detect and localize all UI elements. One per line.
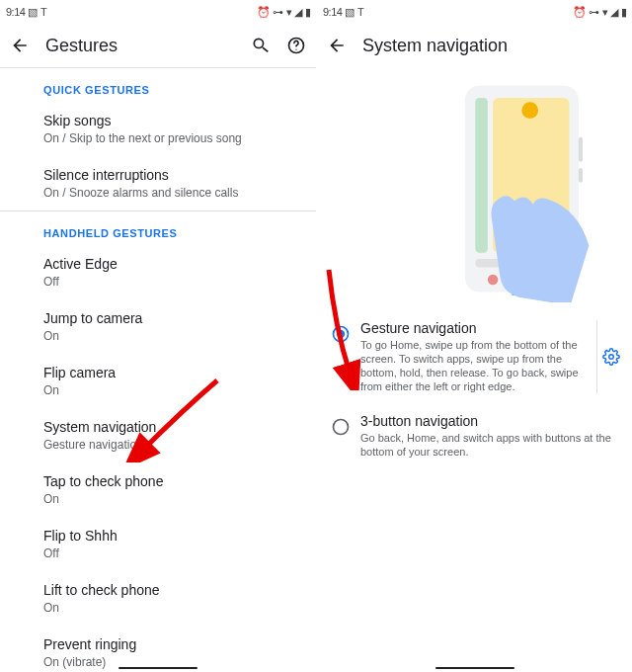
option-gesture-navigation[interactable]: Gesture navigation To go Home, swipe up … bbox=[317, 310, 632, 403]
item-prevent-ringing[interactable]: Prevent ringing On (vibrate) bbox=[0, 626, 316, 672]
arrow-back-icon bbox=[10, 36, 30, 55]
option-3-button-navigation[interactable]: 3-button navigation Go back, Home, and s… bbox=[317, 403, 632, 468]
item-system-navigation[interactable]: System navigation Gesture navigation bbox=[0, 408, 316, 462]
system-navigation-screen: 9:14 ▧ T ⏰ ⊶ ▾ ◢ ▮ System navigation bbox=[316, 0, 632, 672]
tesla-icon: T bbox=[357, 6, 363, 18]
signal-icon: ◢ bbox=[294, 6, 302, 19]
gestures-screen: 9:14 ▧ T ⏰ ⊶ ▾ ◢ ▮ Gestures Quick Gestur… bbox=[0, 0, 316, 672]
svg-point-16 bbox=[337, 330, 345, 338]
radio-selected-icon bbox=[329, 322, 353, 346]
clock-text: 9:14 bbox=[323, 6, 342, 18]
svg-point-12 bbox=[532, 202, 551, 243]
key-icon: ⊶ bbox=[273, 6, 283, 19]
back-button[interactable] bbox=[10, 36, 30, 55]
item-title: System navigation bbox=[43, 418, 300, 436]
item-subtitle: On / Snooze alarms and silence calls bbox=[43, 185, 300, 201]
svg-rect-14 bbox=[578, 168, 582, 183]
signal-icon: ◢ bbox=[610, 6, 618, 19]
item-subtitle: On / Skip to the next or previous song bbox=[43, 130, 300, 146]
image-icon: ▧ bbox=[345, 6, 355, 19]
wifi-icon: ▾ bbox=[602, 6, 608, 19]
search-button[interactable] bbox=[251, 36, 271, 55]
item-title: Tap to check phone bbox=[43, 472, 300, 490]
item-title: Prevent ringing bbox=[43, 635, 300, 653]
svg-point-7 bbox=[487, 275, 497, 285]
option-settings-button[interactable] bbox=[602, 348, 620, 366]
battery-icon: ▮ bbox=[621, 6, 627, 19]
alarm-icon: ⏰ bbox=[257, 6, 271, 19]
search-icon bbox=[251, 36, 271, 55]
item-lift-to-check-phone[interactable]: Lift to check phone On bbox=[0, 571, 316, 626]
image-icon: ▧ bbox=[28, 6, 38, 19]
arrow-back-icon bbox=[327, 36, 347, 55]
svg-point-1 bbox=[295, 49, 296, 50]
section-quick-gestures: Quick Gestures bbox=[0, 68, 316, 102]
illustration bbox=[317, 67, 632, 310]
item-subtitle: On bbox=[43, 382, 300, 398]
radio-unselected-icon bbox=[329, 415, 353, 439]
svg-point-17 bbox=[608, 355, 613, 360]
item-flip-to-shhh[interactable]: Flip to Shhh Off bbox=[0, 517, 316, 571]
tesla-icon: T bbox=[40, 6, 46, 18]
svg-point-18 bbox=[334, 420, 349, 435]
help-icon bbox=[286, 36, 306, 55]
svg-rect-3 bbox=[475, 98, 488, 253]
item-flip-camera[interactable]: Flip camera On bbox=[0, 354, 316, 408]
svg-point-5 bbox=[521, 102, 538, 119]
page-title: System navigation bbox=[362, 36, 622, 56]
item-subtitle: On bbox=[43, 328, 300, 344]
status-bar: 9:14 ▧ T ⏰ ⊶ ▾ ◢ ▮ bbox=[0, 0, 316, 24]
item-active-edge[interactable]: Active Edge Off bbox=[0, 245, 316, 299]
option-description: To go Home, swipe up from the bottom of … bbox=[360, 338, 585, 393]
app-bar: Gestures bbox=[0, 24, 316, 67]
option-title: Gesture navigation bbox=[360, 320, 585, 336]
alarm-icon: ⏰ bbox=[573, 6, 587, 19]
help-button[interactable] bbox=[286, 36, 306, 55]
section-handheld-gestures: Handheld Gestures bbox=[0, 211, 316, 245]
option-title: 3-button navigation bbox=[360, 413, 620, 429]
battery-icon: ▮ bbox=[305, 6, 311, 19]
item-title: Flip camera bbox=[43, 364, 300, 381]
item-subtitle: On bbox=[43, 600, 300, 616]
app-bar: System navigation bbox=[317, 24, 632, 67]
clock-text: 9:14 bbox=[6, 6, 25, 18]
wifi-icon: ▾ bbox=[286, 6, 292, 19]
option-description: Go back, Home, and switch apps with butt… bbox=[360, 431, 620, 459]
status-bar: 9:14 ▧ T ⏰ ⊶ ▾ ◢ ▮ bbox=[317, 0, 632, 24]
item-subtitle: Off bbox=[43, 546, 300, 561]
svg-rect-13 bbox=[578, 137, 582, 162]
item-title: Active Edge bbox=[43, 255, 300, 273]
item-subtitle: Off bbox=[43, 274, 300, 290]
gear-icon bbox=[602, 348, 620, 366]
item-subtitle: Gesture navigation bbox=[43, 437, 300, 453]
gesture-navbar-indicator bbox=[435, 667, 514, 669]
item-title: Jump to camera bbox=[43, 309, 300, 327]
item-title: Flip to Shhh bbox=[43, 527, 300, 545]
item-subtitle: On bbox=[43, 491, 300, 507]
page-title: Gestures bbox=[45, 36, 235, 56]
item-tap-to-check-phone[interactable]: Tap to check phone On bbox=[0, 462, 316, 517]
item-silence-interruptions[interactable]: Silence interruptions On / Snooze alarms… bbox=[0, 156, 316, 210]
item-skip-songs[interactable]: Skip songs On / Skip to the next or prev… bbox=[0, 102, 316, 156]
item-title: Silence interruptions bbox=[43, 166, 300, 184]
item-title: Skip songs bbox=[43, 112, 300, 129]
back-button[interactable] bbox=[327, 36, 347, 55]
gesture-navbar-indicator bbox=[118, 667, 198, 669]
key-icon: ⊶ bbox=[589, 6, 599, 19]
item-title: Lift to check phone bbox=[43, 581, 300, 599]
item-jump-to-camera[interactable]: Jump to camera On bbox=[0, 299, 316, 354]
